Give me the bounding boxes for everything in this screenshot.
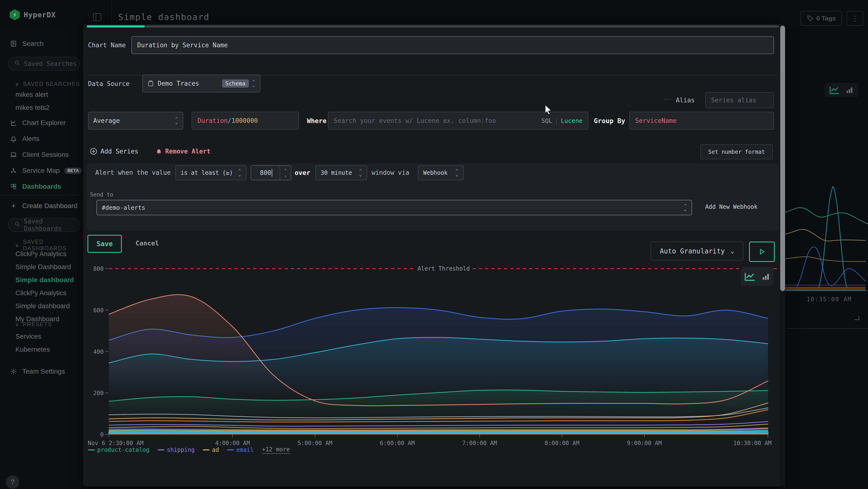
sidebar-item-chart-explorer[interactable]: Chart Explorer bbox=[0, 116, 83, 130]
svg-text:10:30:00 AM: 10:30:00 AM bbox=[733, 440, 772, 447]
saved-dashboard-item[interactable]: Simple dashboard bbox=[0, 274, 74, 287]
legend-label: shipping bbox=[167, 447, 195, 453]
saved-dashboard-item[interactable]: Simple dashboard bbox=[0, 299, 74, 313]
remove-alert-button[interactable]: Remove Alert bbox=[156, 148, 211, 155]
tags-button[interactable]: 0 Tags bbox=[801, 11, 842, 26]
saved-dashboard-item[interactable]: ClickPy Analytics bbox=[0, 287, 74, 299]
alert-window-select[interactable]: 30 minute ⌃⌃ bbox=[315, 165, 367, 180]
sidebar-item-service-map[interactable]: Service Map BETA bbox=[0, 164, 83, 177]
schema-badge: Schema bbox=[222, 79, 249, 88]
stepper-up-icon[interactable]: ⌃ bbox=[284, 168, 287, 173]
window-via-label: window via bbox=[372, 169, 409, 176]
chevron-down-icon: ∨ bbox=[15, 81, 20, 87]
svg-text:5:00:00 AM: 5:00:00 AM bbox=[298, 440, 333, 447]
background-chart-type-toggle[interactable] bbox=[825, 83, 858, 97]
brand[interactable]: ⚡ HyperDX bbox=[10, 9, 56, 20]
sidebar-item-search[interactable]: Search bbox=[0, 37, 83, 51]
legend-label: ad bbox=[212, 447, 219, 453]
chevron-updown-icon: ⌃⌃ bbox=[359, 169, 362, 177]
field-expression-input[interactable]: Duration/1000000 bbox=[192, 112, 299, 130]
mouse-cursor bbox=[544, 104, 553, 115]
background-chart bbox=[782, 172, 868, 293]
legend-item[interactable]: email bbox=[227, 447, 254, 453]
laptop-icon bbox=[10, 151, 18, 159]
saved-dashboard-item[interactable]: Simple Dashboard bbox=[0, 260, 74, 274]
preset-item[interactable]: Services bbox=[0, 330, 50, 343]
run-chart-button[interactable] bbox=[749, 241, 775, 262]
alert-condition-select[interactable]: is at least (≥) ⌃⌃ bbox=[175, 165, 246, 180]
saved-search-item[interactable]: mikes tets2 bbox=[0, 101, 50, 114]
presets-header[interactable]: ∨ PRESETS bbox=[15, 321, 52, 328]
saved-dashboards-list: ClickPy AnalyticsSimple DashboardSimple … bbox=[0, 248, 74, 325]
preset-item[interactable]: Kubernetes bbox=[0, 343, 50, 356]
set-number-format-button[interactable]: Set number format bbox=[701, 144, 773, 159]
chevron-updown-icon: ⌃⌃ bbox=[456, 169, 458, 177]
help-button[interactable]: ? bbox=[6, 475, 19, 489]
alias-label: Alias bbox=[676, 96, 695, 104]
background-panel-edge bbox=[784, 328, 868, 489]
data-source-label: Data Source bbox=[88, 80, 129, 87]
sidebar-item-team-settings[interactable]: Team Settings bbox=[0, 365, 83, 378]
topbar-divider bbox=[112, 0, 112, 27]
where-label: Where bbox=[307, 117, 327, 124]
send-to-select[interactable]: #demo-alerts ⌃⌃ bbox=[96, 200, 692, 215]
progress-bar-rest bbox=[145, 25, 779, 28]
sidebar-item-dashboards[interactable]: Dashboards bbox=[0, 180, 83, 193]
aggregation-select[interactable]: Average ⌃⌃ bbox=[88, 112, 183, 130]
resize-handle-icon[interactable] bbox=[854, 316, 859, 320]
legend-more-button[interactable]: +12 more bbox=[262, 446, 290, 454]
modal-scrollbar-thumb[interactable] bbox=[780, 26, 785, 291]
add-new-webhook-button[interactable]: Add New Webhook bbox=[705, 203, 757, 210]
data-source-select[interactable]: Demo Traces Schema ⌃⌃ bbox=[142, 75, 260, 92]
legend-dash bbox=[227, 450, 234, 450]
svg-text:800: 800 bbox=[93, 265, 104, 272]
granularity-select[interactable]: Auto Granularity ⌄ bbox=[651, 241, 743, 260]
sidebar-item-alerts[interactable]: Alerts bbox=[0, 132, 83, 146]
sidebar-item-client-sessions[interactable]: Client Sessions bbox=[0, 148, 83, 162]
alert-bell-icon bbox=[156, 148, 162, 155]
text-caret bbox=[272, 169, 272, 177]
save-button[interactable]: Save bbox=[88, 235, 122, 253]
chart-type-toggle[interactable] bbox=[741, 267, 774, 286]
query-language-toggle[interactable]: SQL|Lucene bbox=[541, 117, 583, 124]
stepper-down-icon[interactable]: ⌃ bbox=[284, 173, 287, 178]
edit-chart-modal: Chart Name Duration by Service Name Data… bbox=[83, 24, 782, 486]
page-title: Simple dashboard bbox=[118, 12, 210, 22]
svg-text:4:00:00 AM: 4:00:00 AM bbox=[215, 440, 250, 447]
kebab-menu-button[interactable]: ⋮ bbox=[847, 11, 863, 26]
legend-item[interactable]: product-catalog bbox=[88, 447, 150, 453]
group-by-label: Group By bbox=[594, 117, 625, 124]
saved-searches-header[interactable]: ∨ SAVED SEARCHES bbox=[15, 81, 80, 87]
sidebar-collapse-icon[interactable] bbox=[93, 13, 101, 21]
add-series-button[interactable]: Add Series bbox=[90, 148, 138, 155]
background-dashboard-tile: 10:35:00 AM bbox=[782, 27, 868, 489]
legend-item[interactable]: shipping bbox=[158, 447, 195, 453]
chevron-updown-icon: ⌃⌃ bbox=[252, 80, 255, 87]
alert-channel-select[interactable]: Webhook ⌃⌃ bbox=[418, 165, 464, 180]
chart-name-input[interactable]: Duration by Service Name bbox=[131, 36, 774, 54]
alert-threshold-input[interactable]: 800 ⌃⌃ bbox=[251, 165, 291, 180]
line-chart-icon bbox=[744, 272, 755, 281]
series-alias-input[interactable]: Series alias bbox=[705, 92, 774, 108]
create-dashboard-button[interactable]: + Create Dashboard bbox=[0, 199, 83, 213]
saved-dashboards-search-input[interactable]: Saved Dashboards bbox=[8, 218, 80, 232]
duration-chart[interactable]: 0200400600800Alert ThresholdNov 6 2:30:0… bbox=[84, 263, 779, 447]
number-stepper[interactable]: ⌃⌃ bbox=[280, 166, 291, 180]
brand-name: HyperDX bbox=[24, 10, 56, 19]
logs-icon bbox=[10, 40, 18, 48]
saved-searches-search-input[interactable]: Saved Searches bbox=[8, 57, 80, 71]
svg-text:600: 600 bbox=[93, 307, 104, 314]
sidebar: Search Saved Searches ∨ SAVED SEARCHES m… bbox=[0, 27, 83, 489]
play-icon bbox=[758, 248, 766, 255]
saved-dashboard-item[interactable]: ClickPy Analytics bbox=[0, 248, 74, 260]
alert-prefix-label: Alert when the value bbox=[95, 169, 171, 176]
legend-item[interactable]: ad bbox=[203, 447, 219, 453]
beta-badge: BETA bbox=[65, 168, 82, 174]
group-by-input[interactable]: ServiceName bbox=[629, 112, 774, 130]
chart-name-label: Chart Name bbox=[88, 41, 126, 49]
svg-text:0: 0 bbox=[100, 431, 104, 438]
bell-icon bbox=[10, 135, 18, 143]
app-root: ⚡ HyperDX Simple dashboard 0 Tags ⋮ Sear… bbox=[0, 0, 868, 489]
saved-search-item[interactable]: mikes alert bbox=[0, 88, 50, 101]
cancel-button[interactable]: Cancel bbox=[135, 235, 159, 251]
